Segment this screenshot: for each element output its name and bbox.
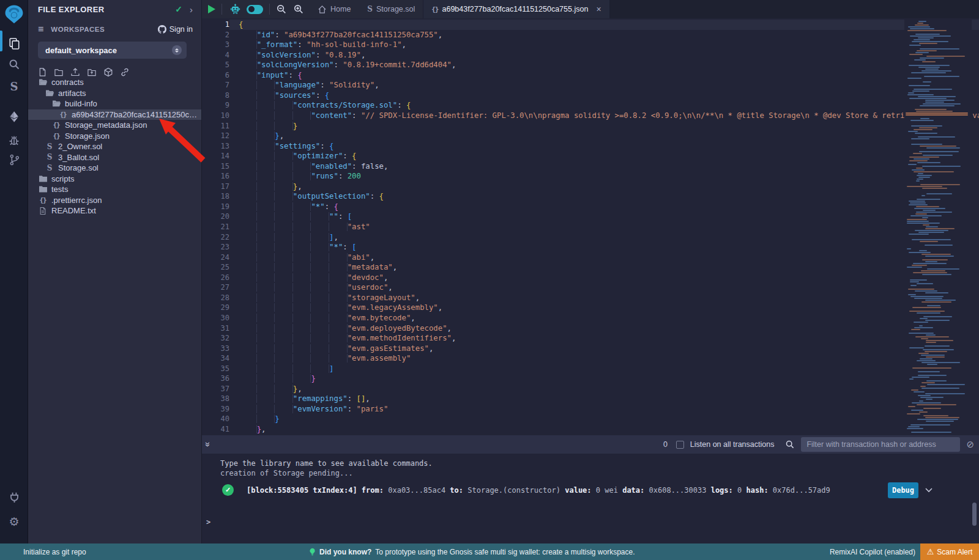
line-number: 11 [202,121,229,131]
workspace-select[interactable]: default_workspace [38,42,187,59]
tree-row[interactable]: S2_Owner.sol [28,141,201,152]
tree-row[interactable]: SStorage.sol [28,163,201,174]
chevron-right-icon[interactable]: › [190,4,193,15]
line-number: 20 [202,212,229,222]
file-explorer-panel: FILE EXPLORER ✓ › ≡ WORKSPACES Sign in d… [28,0,202,543]
upload-file-icon[interactable] [70,67,80,77]
line-content: } [239,121,297,131]
file-explorer-toolbar [38,67,201,77]
tab-strip: HomeSStorage.sol{}a69b43f277ba20fcac1411… [309,0,979,18]
tree-row[interactable]: {}.prettierrc.json [28,195,201,206]
line-content: "evm.deployedBytecode", [239,323,452,334]
tree-item-label: Storage_metadata.json [65,120,149,130]
clear-console-icon[interactable]: ⊘ [966,439,974,450]
minimap[interactable] [904,18,972,435]
ai-copilot-robot-icon[interactable] [229,0,241,18]
code-line: 22 ], [202,232,979,243]
tx-expand-chevron-icon[interactable] [924,485,934,497]
sign-in-button[interactable]: Sign in [158,25,193,34]
did-you-know-tip: Did you know? To prototype using the Gno… [309,548,635,556]
tree-row[interactable]: scripts [28,174,201,185]
line-content: "evm.assembly" [239,353,411,364]
line-number: 19 [202,202,229,212]
code-line: 10 "content": "// SPDX-License-Identifie… [202,111,979,121]
code-line: 32 "evm.methodIdentifiers", [202,333,979,344]
workspaces-label: WORKSPACES [51,26,105,33]
debugger-icon[interactable] [0,131,28,149]
close-icon[interactable]: × [596,4,601,14]
tab-home[interactable]: Home [309,0,359,18]
plugin-manager-icon[interactable] [0,488,28,506]
debug-button[interactable]: Debug [888,482,918,498]
solidity-compiler-icon[interactable]: S [0,77,28,95]
line-number: 39 [202,404,229,414]
tree-row[interactable]: tests [28,184,201,195]
tree-row[interactable]: README.txt [28,205,201,216]
filter-input[interactable] [801,437,960,452]
zoom-in-icon[interactable] [293,0,304,18]
code-line: 37 }, [202,384,979,394]
code-line: 4 "solcVersion": "0.8.19", [202,50,979,61]
code-editor[interactable]: 1{2 "id": "a69b43f277ba20fcac141151250ca… [202,18,979,435]
line-number: 4 [202,50,229,61]
separator [269,4,270,15]
new-file-icon[interactable] [38,67,47,77]
line-content: "sources": { [239,90,329,101]
deploy-run-icon[interactable] [0,108,28,126]
tree-row[interactable]: artifacts [28,88,201,99]
terminal[interactable]: Type the library name to see available c… [202,454,979,543]
terminal-collapse-icon[interactable]: » [203,442,213,447]
code-line: 30 "evm.bytecode", [202,313,979,323]
line-content: { [239,20,243,30]
copilot-toggle[interactable] [247,5,263,14]
zoom-out-icon[interactable] [276,0,287,18]
code-line: 33 "evm.gasEstimates", [202,344,979,354]
code-line: 34 "evm.assembly" [202,353,979,364]
line-number: 1 [202,20,229,30]
tree-row[interactable]: contracts [28,77,201,88]
tree-row[interactable]: {}a69b43f277ba20fcac141151250ca755.json [28,109,201,120]
code-line: 28 "storageLayout", [202,293,979,303]
tree-item-label: Storage.sol [58,163,101,172]
upload-folder-icon[interactable] [87,68,97,77]
run-script-button[interactable] [208,5,215,13]
file-explorer-icon[interactable] [0,34,28,53]
code-line: 2 "id": "a69b43f277ba20fcac141151250ca75… [202,30,979,40]
line-number: 30 [202,313,229,323]
tree-row[interactable]: S3_Ballot.sol [28,152,201,163]
line-content: "evm.gasEstimates", [239,344,433,354]
listen-checkbox[interactable] [676,441,684,449]
line-content: "outputSelection": { [239,191,384,202]
main-panel: HomeSStorage.sol{}a69b43f277ba20fcac1411… [202,0,979,543]
new-folder-icon[interactable] [54,68,64,77]
transaction-log-row[interactable]: ✓ [block:5583405 txIndex:4] from: 0xa03.… [202,482,979,501]
code-line: 16 "runs": 200 [202,171,979,182]
line-content: "solcVersion": "0.8.19", [239,50,365,61]
separator [221,4,222,15]
git-icon[interactable] [0,150,28,169]
line-number: 15 [202,161,229,172]
scam-alert-button[interactable]: ⚠ Scam Alert [920,543,979,560]
ipfs-cube-icon[interactable] [103,67,113,77]
code-line: 14 "optimizer": { [202,151,979,161]
settings-gear-icon[interactable]: ⚙ [0,512,28,531]
remix-logo-icon[interactable] [0,2,28,26]
workspaces-menu-icon[interactable]: ≡ [38,24,43,35]
terminal-scrollbar[interactable] [972,503,977,526]
tree-row[interactable]: {}Storage.json [28,131,201,142]
line-number: 40 [202,414,229,424]
tab-storage-sol[interactable]: SStorage.sol [359,0,423,18]
link-icon[interactable] [120,67,130,77]
copilot-status[interactable]: RemixAI Copilot (enabled) [830,548,915,556]
search-icon[interactable] [0,56,28,72]
tree-row[interactable]: {}Storage_metadata.json [28,120,201,131]
tree-row[interactable]: build-info [28,98,201,109]
git-init-button[interactable]: Initialize as git repo [23,548,86,556]
line-number: 37 [202,384,229,394]
code-line: 18 "outputSelection": { [202,191,979,202]
tab-a69b43f277ba20fcac141151250ca755-json[interactable]: {}a69b43f277ba20fcac141151250ca755.json× [423,0,609,18]
line-content: "*": [ [239,242,357,252]
line-content: "storageLayout", [239,293,420,303]
line-content: ], [239,232,338,243]
line-number: 41 [202,424,229,435]
